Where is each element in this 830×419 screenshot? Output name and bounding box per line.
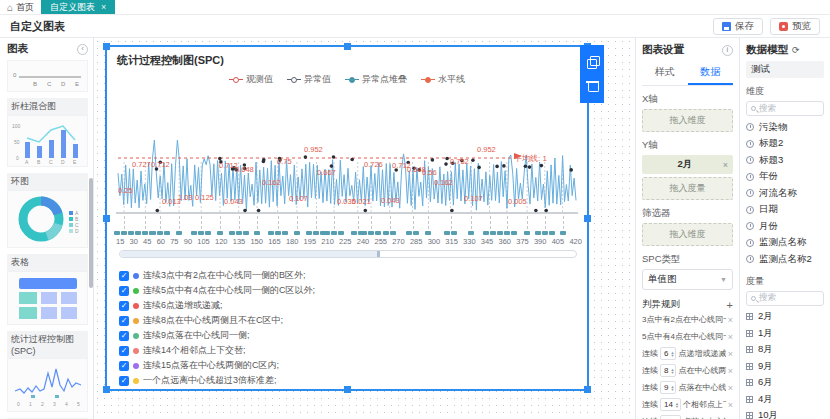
preview-label: 预览 xyxy=(792,20,811,33)
y-axis-dropzone[interactable]: 拖入度量 xyxy=(642,177,733,200)
remove-rule-icon[interactable]: × xyxy=(728,400,733,410)
legend-item[interactable]: 观测值 xyxy=(229,73,273,86)
sidebar-chart-item[interactable]: 折柱混合图100500ABCDE xyxy=(7,98,88,167)
legend-item[interactable]: 异常值 xyxy=(287,73,331,86)
checkbox-checked[interactable]: ✓ xyxy=(119,361,129,371)
dimension-item[interactable]: 日期 xyxy=(746,202,824,219)
sidebar-chart-item[interactable]: 表格 xyxy=(7,254,88,325)
save-button[interactable]: 保存 xyxy=(713,18,763,35)
refresh-icon[interactable]: ⟳ xyxy=(792,45,800,55)
legend-item[interactable]: 异常点堆叠 xyxy=(345,73,407,86)
sidebar-chart-item[interactable]: 环图ABCD xyxy=(7,173,88,248)
rule-suffix: 点落在中心线同一侧 xyxy=(678,382,725,393)
preview-button[interactable]: 预览 xyxy=(770,18,820,35)
sidebar-chart-item[interactable]: 统计过程控制图(SPC)012345 xyxy=(7,331,88,412)
settings-info-icon[interactable]: i xyxy=(722,45,733,56)
anomaly-drop-line xyxy=(220,216,221,229)
rule-number-input[interactable]: 9▲▼ xyxy=(660,381,676,394)
stepper-icons[interactable]: ▲▼ xyxy=(670,385,674,391)
dimension-item[interactable]: 月份 xyxy=(746,218,824,235)
anomaly-stack-marker xyxy=(331,231,337,235)
anomaly-stack-marker xyxy=(535,231,541,235)
remove-rule-icon[interactable]: × xyxy=(728,315,733,325)
dimension-icon xyxy=(746,156,754,164)
resize-handle-w[interactable] xyxy=(103,215,110,222)
dimension-item[interactable]: 监测点名称 xyxy=(746,235,824,252)
resize-handle-se[interactable] xyxy=(584,386,591,393)
anomaly-stack-marker xyxy=(413,231,419,235)
checkbox-checked[interactable]: ✓ xyxy=(119,271,129,281)
datazoom-slider[interactable] xyxy=(119,250,577,258)
measure-item[interactable]: 8月 xyxy=(746,342,824,359)
anomaly-stack-marker xyxy=(282,231,288,235)
measure-item[interactable]: 10月 xyxy=(746,408,824,419)
measure-icon xyxy=(746,412,753,419)
chip-remove-icon[interactable]: × xyxy=(723,160,728,170)
spc-type-select[interactable]: 单值图 ▼ xyxy=(642,269,733,290)
delete-icon[interactable] xyxy=(586,79,599,92)
measure-item[interactable]: 4月 xyxy=(746,391,824,408)
stepper-icons[interactable]: ▲▼ xyxy=(670,351,674,357)
anomaly-stack-marker xyxy=(425,231,431,235)
anomaly-drop-line xyxy=(451,216,452,229)
stepper-icons[interactable]: ▲▼ xyxy=(675,402,679,408)
remove-rule-icon[interactable]: × xyxy=(728,383,733,393)
dimension-item[interactable]: 监测点名称2 xyxy=(746,251,824,268)
checkbox-checked[interactable]: ✓ xyxy=(119,346,129,356)
dimension-item[interactable]: 河流名称 xyxy=(746,185,824,202)
remove-rule-icon[interactable]: × xyxy=(728,332,733,342)
measure-item[interactable]: 9月 xyxy=(746,358,824,375)
rule-number-input[interactable]: 14▲▼ xyxy=(660,398,681,411)
resize-handle-n[interactable] xyxy=(344,43,351,50)
checkbox-checked[interactable]: ✓ xyxy=(119,376,129,386)
checkbox-checked[interactable]: ✓ xyxy=(119,286,129,296)
x-tick-label: 345 xyxy=(481,237,494,246)
resize-handle-sw[interactable] xyxy=(103,386,110,393)
svg-text:D: D xyxy=(75,228,79,234)
checkbox-checked[interactable]: ✓ xyxy=(119,316,129,326)
collapse-sidebar-icon[interactable]: ‹ xyxy=(77,44,88,55)
add-rule-icon[interactable]: + xyxy=(727,299,733,311)
measure-item[interactable]: 6月 xyxy=(746,375,824,392)
resize-handle-s[interactable] xyxy=(344,386,351,393)
resize-handle-nw[interactable] xyxy=(103,43,110,50)
remove-rule-icon[interactable]: × xyxy=(728,366,733,376)
dimension-item[interactable]: 污染物 xyxy=(746,119,824,136)
y-axis-field-chip[interactable]: 2月 × xyxy=(642,155,733,174)
tab-data[interactable]: 数据 xyxy=(688,61,734,85)
tab-style[interactable]: 样式 xyxy=(642,61,688,85)
data-point-label: 0.107 xyxy=(289,194,308,203)
spc-chart-widget[interactable]: 统计过程控制图(SPC) 观测值异常值异常点堆叠水平线 0.250.7270.7… xyxy=(105,45,589,391)
measure-item[interactable]: 2月 xyxy=(746,309,824,326)
measure-search-input[interactable]: 搜索 xyxy=(746,291,824,306)
rule-number-input[interactable]: 15▲▼ xyxy=(660,415,681,419)
resize-handle-e[interactable] xyxy=(584,215,591,222)
tab-close-icon[interactable]: × xyxy=(101,2,106,12)
copy-icon[interactable] xyxy=(586,56,599,69)
rule-number-input[interactable]: 6▲▼ xyxy=(660,347,676,360)
legend-item[interactable]: 水平线 xyxy=(421,73,465,86)
measure-item[interactable]: 1月 xyxy=(746,325,824,342)
x-tick-label: 60 xyxy=(157,237,165,246)
dimension-search-input[interactable]: 搜索 xyxy=(746,101,824,116)
measure-section-title: 度量 xyxy=(746,275,824,288)
dimension-item[interactable]: 年份 xyxy=(746,169,824,186)
filter-dropzone[interactable]: 拖入维度 xyxy=(642,223,733,246)
widget-action-flyout xyxy=(580,45,604,103)
checkbox-checked[interactable]: ✓ xyxy=(119,301,129,311)
dimension-item[interactable]: 标题2 xyxy=(746,136,824,153)
stepper-icons[interactable]: ▲▼ xyxy=(670,368,674,374)
dimension-item[interactable]: 标题3 xyxy=(746,152,824,169)
design-canvas[interactable]: 统计过程控制图(SPC) 观测值异常值异常点堆叠水平线 0.250.7270.7… xyxy=(94,38,635,419)
dimension-label: 日期 xyxy=(759,203,778,216)
remove-rule-icon[interactable]: × xyxy=(728,349,733,359)
sidebar-scrollbar[interactable] xyxy=(89,178,93,288)
home-tab[interactable]: ⌂ 首页 xyxy=(0,0,41,14)
dimension-icon xyxy=(746,206,754,214)
x-axis-dropzone[interactable]: 拖入维度 xyxy=(642,109,733,132)
checkbox-checked[interactable]: ✓ xyxy=(119,331,129,341)
rule-number-input[interactable]: 8▲▼ xyxy=(660,364,676,377)
sidebar-chart-item[interactable]: 0BCDE xyxy=(7,60,88,92)
dataset-select[interactable]: 测试 xyxy=(746,61,824,78)
tab-custom-chart[interactable]: 自定义图表 × xyxy=(41,0,115,14)
